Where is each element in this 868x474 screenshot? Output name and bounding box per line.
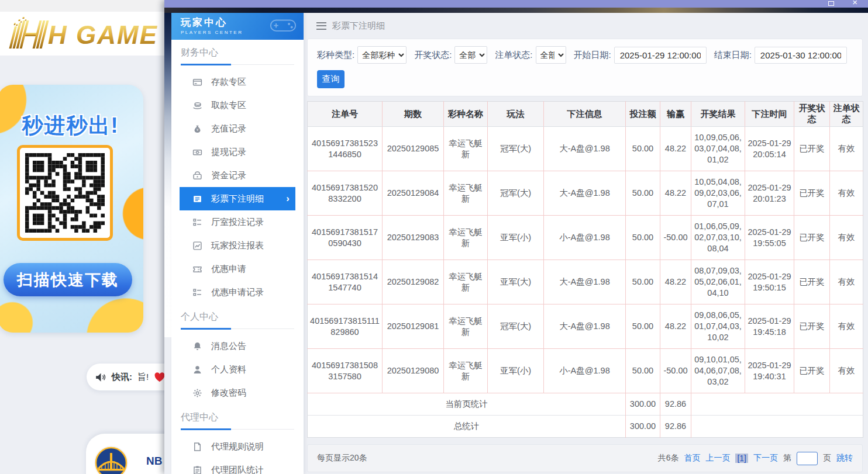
table-cell: 亚军(小) xyxy=(488,216,544,260)
table-cell: 10,09,05,06,03,07,04,08,01,02 xyxy=(691,127,745,171)
hand-coin-icon xyxy=(192,101,202,110)
left-window-top-strip xyxy=(0,0,164,12)
sidebar-item-label: 充值记录 xyxy=(211,123,246,134)
table-cell: 01,06,05,09,02,07,03,10,08,04 xyxy=(691,216,745,260)
gamepad-icon xyxy=(270,17,297,33)
download-promo-card: 秒进秒出! 扫描快速下载 xyxy=(0,85,143,333)
table-cell: 已开奖 xyxy=(794,171,830,216)
prev-page-link[interactable]: 上一页 xyxy=(705,453,730,463)
table-cell: 50.00 xyxy=(626,260,660,305)
sidebar-item-promo-apply[interactable]: 优惠申请 xyxy=(180,257,295,281)
table-cell: 已开奖 xyxy=(794,260,830,305)
jump-prefix-text: 第 xyxy=(783,453,791,463)
sidebar-item-label: 消息公告 xyxy=(211,341,246,352)
table-cell: 50.00 xyxy=(626,216,660,260)
page-header-banner xyxy=(164,8,868,13)
checklist-icon xyxy=(192,217,202,227)
news-label: 快讯: xyxy=(112,372,132,383)
table-row: 40156917381508315758020250129080幸运飞艇新亚军(… xyxy=(308,349,863,393)
hh-game-logo[interactable]: H GAME xyxy=(6,15,163,53)
table-cell: 有效 xyxy=(830,216,863,260)
table-cell: 已开奖 xyxy=(794,216,830,260)
table-cell: 幸运飞艇新 xyxy=(444,260,488,305)
sidebar-item-change-password[interactable]: 修改密码 xyxy=(180,381,295,404)
table-cell: 48.22 xyxy=(660,171,691,216)
sidebar-item-messages[interactable]: 消息公告 xyxy=(180,334,295,358)
table-cell: 401569173815083157580 xyxy=(308,349,383,393)
moneybag-icon: ¥ xyxy=(192,124,202,134)
summary-empty xyxy=(691,416,863,438)
sidebar-item-label: 提现记录 xyxy=(211,147,246,158)
purse-icon xyxy=(192,171,202,181)
nba-news-card[interactable]: NB xyxy=(86,434,164,474)
lottery-type-select[interactable]: 全部彩种 xyxy=(357,46,407,64)
start-date-input[interactable] xyxy=(614,47,707,64)
sidebar-header: 玩家中心 PLAYERS CENTER xyxy=(171,13,304,40)
svg-text:H GAME: H GAME xyxy=(48,20,158,49)
sidebar-item-agent-rules[interactable]: 代理规则说明 xyxy=(180,435,295,458)
window-titlebar: × xyxy=(164,0,868,8)
maximize-icon[interactable] xyxy=(828,1,834,6)
sidebar-section-title: 财务中心 xyxy=(181,47,294,65)
bell-icon xyxy=(192,341,202,351)
lottery-type-label: 彩种类型: xyxy=(317,50,354,61)
summary-winloss-total: 92.86 xyxy=(660,393,691,416)
sidebar-item-agent-team-stats[interactable]: 代理团队统计 xyxy=(180,458,295,474)
sidebar-item-deposit-zone[interactable]: 存款专区 xyxy=(180,70,295,94)
close-icon[interactable]: × xyxy=(852,0,857,6)
draw-status-select[interactable]: 全部 xyxy=(454,46,487,64)
hh-game-logo-icon: H GAME xyxy=(6,15,163,51)
sidebar-item-lottery-bet-details[interactable]: 彩票下注明细› xyxy=(180,187,295,210)
table-cell: 有效 xyxy=(830,171,863,216)
sidebar-item-label: 取款专区 xyxy=(211,100,246,111)
end-date-input[interactable] xyxy=(755,47,847,64)
table-cell: 20250129083 xyxy=(383,216,444,260)
next-page-link[interactable]: 下一页 xyxy=(753,453,778,463)
order-status-select[interactable]: 全部 xyxy=(536,46,566,64)
sidebar-item-label: 优惠申请 xyxy=(211,264,246,275)
table-cell: 2025-01-29 19:55:05 xyxy=(745,216,794,260)
coupon-icon xyxy=(192,264,202,274)
table-cell: 20250129082 xyxy=(383,260,444,305)
sidebar-section-title: 代理中心 xyxy=(181,411,294,430)
download-button[interactable]: 扫描快速下载 xyxy=(4,263,132,296)
news-ticker-text: 旨! xyxy=(137,372,149,383)
sidebar-item-promo-apply-records[interactable]: 优惠申请记录 xyxy=(180,281,295,304)
table-cell: 10,05,04,08,09,02,03,06,07,01 xyxy=(691,171,745,216)
table-cell: 50.00 xyxy=(626,349,660,393)
chevron-right-icon: › xyxy=(286,193,290,205)
sidebar-item-profile[interactable]: 个人资料 xyxy=(180,358,295,381)
table-cell: -50.00 xyxy=(660,216,691,260)
summary-row: 总统计300.0092.86 xyxy=(308,416,863,438)
sidebar-item-hall-bet-records[interactable]: 厅室投注记录 xyxy=(180,210,295,234)
sidebar-section-title: 个人中心 xyxy=(181,311,294,329)
warriors-logo-icon xyxy=(94,445,129,474)
table-cell: 50.00 xyxy=(626,127,660,171)
hamburger-menu-icon[interactable] xyxy=(316,22,326,30)
table-cell: 2025-01-29 19:40:31 xyxy=(745,349,794,393)
sidebar-item-recharge-records[interactable]: ¥充值记录 xyxy=(180,117,295,140)
background-browser-window: H GAME 秒进秒出! 扫描快速下载 快讯: 旨! xyxy=(0,0,164,474)
table-cell: 冠军(大) xyxy=(488,171,544,216)
table-cell: 48.22 xyxy=(660,305,691,349)
table-cell: 幸运飞艇新 xyxy=(444,305,488,349)
sidebar-item-funds-records[interactable]: 资金记录 xyxy=(180,164,295,187)
table-cell: 48.22 xyxy=(660,260,691,305)
sidebar-item-player-bet-report[interactable]: 玩家投注报表 xyxy=(180,234,295,257)
query-button[interactable]: 查询 xyxy=(317,70,345,88)
sidebar-item-withdraw-zone[interactable]: 取款专区 xyxy=(180,94,295,117)
table-cell: 09,08,06,05,01,07,04,03,10,02 xyxy=(691,305,745,349)
document-icon xyxy=(192,442,202,452)
nba-card-title: NB xyxy=(146,455,162,468)
summary-bet-total: 300.00 xyxy=(626,393,660,416)
clipboard-stats-icon xyxy=(192,465,202,474)
table-row: 40156917381514154774020250129082幸运飞艇新亚军(… xyxy=(308,260,863,305)
table-cell: 已开奖 xyxy=(794,305,830,349)
sidebar: 玩家中心 PLAYERS CENTER 财务中心存款专区取款专区¥充值记录提现记… xyxy=(171,13,304,474)
page-jump-input[interactable] xyxy=(797,452,818,465)
sidebar-item-withdraw-records[interactable]: 提现记录 xyxy=(180,140,295,164)
bet-list-icon xyxy=(192,194,202,204)
first-page-link[interactable]: 首页 xyxy=(684,453,700,463)
jump-action-link[interactable]: 跳转 xyxy=(836,453,853,463)
page-title: 彩票下注明细 xyxy=(332,20,385,32)
